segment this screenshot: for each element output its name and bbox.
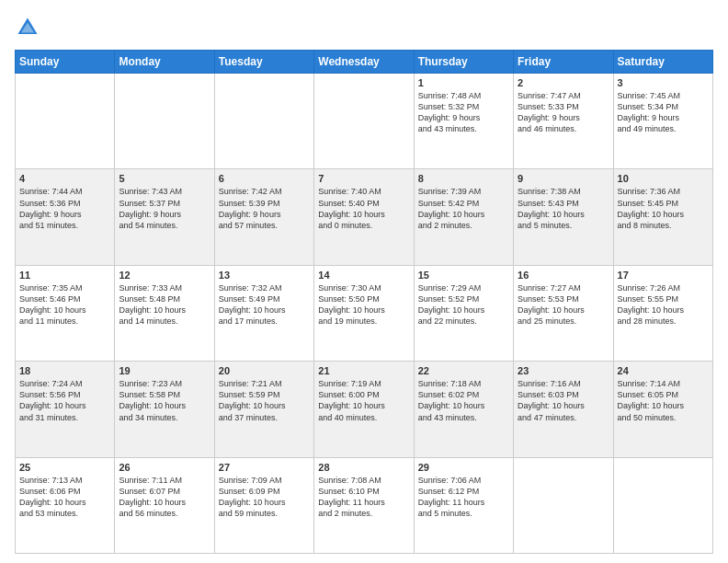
- calendar-table: SundayMondayTuesdayWednesdayThursdayFrid…: [15, 50, 713, 554]
- week-row-4: 25Sunrise: 7:13 AM Sunset: 6:06 PM Dayli…: [16, 457, 713, 553]
- day-number: 27: [219, 462, 310, 473]
- day-info: Sunrise: 7:06 AM Sunset: 6:12 PM Dayligh…: [418, 475, 509, 520]
- day-info: Sunrise: 7:40 AM Sunset: 5:40 PM Dayligh…: [318, 186, 409, 231]
- week-row-0: 1Sunrise: 7:48 AM Sunset: 5:32 PM Daylig…: [16, 74, 713, 169]
- calendar-cell: 3Sunrise: 7:45 AM Sunset: 5:34 PM Daylig…: [613, 74, 712, 169]
- day-info: Sunrise: 7:24 AM Sunset: 5:56 PM Dayligh…: [19, 378, 110, 423]
- calendar-cell: 24Sunrise: 7:14 AM Sunset: 6:05 PM Dayli…: [613, 362, 712, 457]
- day-info: Sunrise: 7:33 AM Sunset: 5:48 PM Dayligh…: [119, 282, 210, 327]
- calendar-cell: 13Sunrise: 7:32 AM Sunset: 5:49 PM Dayli…: [214, 265, 313, 361]
- calendar-cell: 22Sunrise: 7:18 AM Sunset: 6:02 PM Dayli…: [414, 362, 513, 457]
- day-number: 6: [219, 173, 310, 184]
- header: [15, 15, 713, 40]
- header-row: SundayMondayTuesdayWednesdayThursdayFrid…: [16, 51, 713, 74]
- day-number: 8: [418, 173, 509, 184]
- day-number: 18: [19, 365, 110, 376]
- day-info: Sunrise: 7:39 AM Sunset: 5:42 PM Dayligh…: [418, 186, 509, 231]
- day-info: Sunrise: 7:11 AM Sunset: 6:07 PM Dayligh…: [119, 475, 210, 520]
- calendar-cell: 15Sunrise: 7:29 AM Sunset: 5:52 PM Dayli…: [414, 265, 513, 361]
- day-number: 15: [418, 270, 509, 281]
- calendar-cell: [115, 74, 214, 169]
- calendar-cell: 11Sunrise: 7:35 AM Sunset: 5:46 PM Dayli…: [16, 265, 115, 361]
- day-number: 25: [19, 462, 110, 473]
- calendar-cell: 9Sunrise: 7:38 AM Sunset: 5:43 PM Daylig…: [514, 169, 613, 265]
- day-number: 11: [19, 270, 110, 281]
- day-number: 16: [518, 270, 609, 281]
- day-number: 1: [418, 77, 509, 88]
- calendar-cell: 12Sunrise: 7:33 AM Sunset: 5:48 PM Dayli…: [115, 265, 214, 361]
- day-info: Sunrise: 7:18 AM Sunset: 6:02 PM Dayligh…: [418, 378, 509, 423]
- calendar-cell: 14Sunrise: 7:30 AM Sunset: 5:50 PM Dayli…: [314, 265, 414, 361]
- calendar-cell: [16, 74, 115, 169]
- calendar-cell: 2Sunrise: 7:47 AM Sunset: 5:33 PM Daylig…: [514, 74, 613, 169]
- calendar-cell: 21Sunrise: 7:19 AM Sunset: 6:00 PM Dayli…: [314, 362, 414, 457]
- day-number: 26: [119, 462, 210, 473]
- day-info: Sunrise: 7:43 AM Sunset: 5:37 PM Dayligh…: [119, 186, 210, 231]
- calendar-cell: [214, 74, 313, 169]
- calendar-cell: 1Sunrise: 7:48 AM Sunset: 5:32 PM Daylig…: [414, 74, 513, 169]
- day-header-wednesday: Wednesday: [314, 51, 414, 74]
- day-number: 24: [618, 365, 709, 376]
- day-info: Sunrise: 7:19 AM Sunset: 6:00 PM Dayligh…: [318, 378, 409, 423]
- day-number: 17: [618, 270, 709, 281]
- day-info: Sunrise: 7:14 AM Sunset: 6:05 PM Dayligh…: [618, 378, 709, 423]
- calendar-cell: [613, 457, 712, 553]
- calendar-cell: 16Sunrise: 7:27 AM Sunset: 5:53 PM Dayli…: [514, 265, 613, 361]
- day-number: 23: [518, 365, 609, 376]
- day-header-saturday: Saturday: [613, 51, 712, 74]
- calendar-cell: 26Sunrise: 7:11 AM Sunset: 6:07 PM Dayli…: [115, 457, 214, 553]
- day-number: 14: [318, 270, 409, 281]
- day-number: 29: [418, 462, 509, 473]
- day-number: 7: [318, 173, 409, 184]
- day-number: 22: [418, 365, 509, 376]
- day-number: 5: [119, 173, 210, 184]
- day-number: 20: [219, 365, 310, 376]
- day-number: 4: [19, 173, 110, 184]
- calendar-cell: 18Sunrise: 7:24 AM Sunset: 5:56 PM Dayli…: [16, 362, 115, 457]
- day-number: 3: [618, 77, 709, 88]
- day-info: Sunrise: 7:48 AM Sunset: 5:32 PM Dayligh…: [418, 90, 509, 135]
- day-info: Sunrise: 7:09 AM Sunset: 6:09 PM Dayligh…: [219, 475, 310, 520]
- day-info: Sunrise: 7:23 AM Sunset: 5:58 PM Dayligh…: [119, 378, 210, 423]
- calendar-cell: 4Sunrise: 7:44 AM Sunset: 5:36 PM Daylig…: [16, 169, 115, 265]
- calendar-cell: 19Sunrise: 7:23 AM Sunset: 5:58 PM Dayli…: [115, 362, 214, 457]
- calendar-cell: 27Sunrise: 7:09 AM Sunset: 6:09 PM Dayli…: [214, 457, 313, 553]
- day-info: Sunrise: 7:29 AM Sunset: 5:52 PM Dayligh…: [418, 282, 509, 327]
- calendar-cell: 8Sunrise: 7:39 AM Sunset: 5:42 PM Daylig…: [414, 169, 513, 265]
- day-number: 2: [518, 77, 609, 88]
- day-header-friday: Friday: [514, 51, 613, 74]
- logo: [15, 15, 44, 40]
- calendar-cell: 7Sunrise: 7:40 AM Sunset: 5:40 PM Daylig…: [314, 169, 414, 265]
- day-number: 9: [518, 173, 609, 184]
- day-info: Sunrise: 7:13 AM Sunset: 6:06 PM Dayligh…: [19, 475, 110, 520]
- day-info: Sunrise: 7:35 AM Sunset: 5:46 PM Dayligh…: [19, 282, 110, 327]
- calendar-cell: 6Sunrise: 7:42 AM Sunset: 5:39 PM Daylig…: [214, 169, 313, 265]
- day-info: Sunrise: 7:16 AM Sunset: 6:03 PM Dayligh…: [518, 378, 609, 423]
- day-info: Sunrise: 7:27 AM Sunset: 5:53 PM Dayligh…: [518, 282, 609, 327]
- day-info: Sunrise: 7:38 AM Sunset: 5:43 PM Dayligh…: [518, 186, 609, 231]
- calendar-cell: 17Sunrise: 7:26 AM Sunset: 5:55 PM Dayli…: [613, 265, 712, 361]
- calendar-cell: 5Sunrise: 7:43 AM Sunset: 5:37 PM Daylig…: [115, 169, 214, 265]
- day-info: Sunrise: 7:44 AM Sunset: 5:36 PM Dayligh…: [19, 186, 110, 231]
- day-header-tuesday: Tuesday: [214, 51, 313, 74]
- calendar-cell: 23Sunrise: 7:16 AM Sunset: 6:03 PM Dayli…: [514, 362, 613, 457]
- day-info: Sunrise: 7:26 AM Sunset: 5:55 PM Dayligh…: [618, 282, 709, 327]
- day-header-monday: Monday: [115, 51, 214, 74]
- day-info: Sunrise: 7:45 AM Sunset: 5:34 PM Dayligh…: [618, 90, 709, 135]
- day-info: Sunrise: 7:30 AM Sunset: 5:50 PM Dayligh…: [318, 282, 409, 327]
- day-header-thursday: Thursday: [414, 51, 513, 74]
- calendar-cell: [314, 74, 414, 169]
- calendar-cell: 28Sunrise: 7:08 AM Sunset: 6:10 PM Dayli…: [314, 457, 414, 553]
- calendar-cell: 29Sunrise: 7:06 AM Sunset: 6:12 PM Dayli…: [414, 457, 513, 553]
- logo-icon: [15, 15, 40, 40]
- week-row-1: 4Sunrise: 7:44 AM Sunset: 5:36 PM Daylig…: [16, 169, 713, 265]
- calendar-cell: 20Sunrise: 7:21 AM Sunset: 5:59 PM Dayli…: [214, 362, 313, 457]
- day-info: Sunrise: 7:21 AM Sunset: 5:59 PM Dayligh…: [219, 378, 310, 423]
- day-number: 21: [318, 365, 409, 376]
- day-info: Sunrise: 7:47 AM Sunset: 5:33 PM Dayligh…: [518, 90, 609, 135]
- calendar-cell: 25Sunrise: 7:13 AM Sunset: 6:06 PM Dayli…: [16, 457, 115, 553]
- day-number: 13: [219, 270, 310, 281]
- week-row-2: 11Sunrise: 7:35 AM Sunset: 5:46 PM Dayli…: [16, 265, 713, 361]
- page: SundayMondayTuesdayWednesdayThursdayFrid…: [0, 0, 728, 563]
- calendar-cell: 10Sunrise: 7:36 AM Sunset: 5:45 PM Dayli…: [613, 169, 712, 265]
